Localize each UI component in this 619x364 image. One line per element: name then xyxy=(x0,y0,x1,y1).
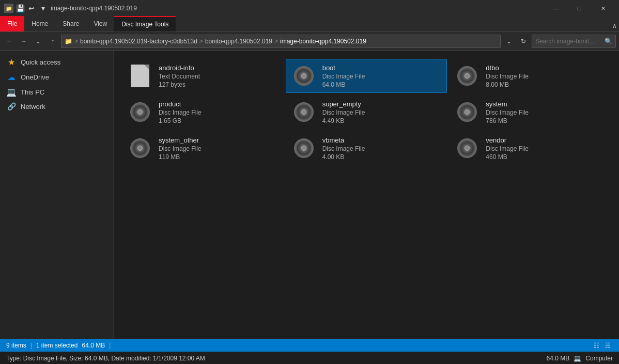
file-size: 64.0 MB xyxy=(322,81,365,88)
sidebar-item-network[interactable]: 🔗 Network xyxy=(0,100,113,113)
file-item-super_empty[interactable]: super_empty Disc Image File 4.49 KB xyxy=(286,95,447,129)
file-name: super_empty xyxy=(322,100,365,108)
ribbon: File Home Share View Disc Image Tools ∧ xyxy=(0,17,619,32)
undo-icon-btn[interactable]: ↩ xyxy=(27,4,36,13)
file-item-boot[interactable]: boot Disc Image File 64.0 MB xyxy=(286,59,447,93)
disc-icon xyxy=(294,102,314,122)
breadcrumb-factory[interactable]: bonito-qpp4.190502.019-factory-c0db513d xyxy=(80,38,197,45)
file-item-vendor[interactable]: vendor Disc Image File 460 MB xyxy=(449,131,611,165)
breadcrumb-bar[interactable]: 📁 > bonito-qpp4.190502.019-factory-c0db5… xyxy=(61,35,501,48)
file-name: android-info xyxy=(159,64,200,72)
ribbon-tabs: File Home Share View Disc Image Tools ∧ xyxy=(0,17,619,32)
status-sep-1: | xyxy=(30,342,32,349)
file-item-system_other[interactable]: system_other Disc Image File 119 MB xyxy=(122,131,284,165)
breadcrumb-bonito[interactable]: bonito-qpp4.190502.019 xyxy=(205,38,272,45)
file-item-product[interactable]: product Disc Image File 1.65 GB xyxy=(122,95,284,129)
view-icons: ☷ ☵ xyxy=(591,340,613,351)
breadcrumb-sep-1: > xyxy=(74,38,78,45)
file-info: vbmeta Disc Image File 4.00 KB xyxy=(322,136,365,161)
file-area: android-info Text Document 127 bytes boo… xyxy=(114,51,619,339)
file-size: 8.00 MB xyxy=(486,81,529,88)
forward-button[interactable]: → xyxy=(18,35,30,48)
breadcrumb-sep-3: > xyxy=(274,38,278,45)
tab-view[interactable]: View xyxy=(86,16,114,31)
close-button[interactable]: ✕ xyxy=(591,0,615,17)
file-size-display: 64.0 MB xyxy=(547,355,570,362)
address-bar: ← → ⌄ ↑ 📁 > bonito-qpp4.190502.019-facto… xyxy=(0,32,619,51)
computer-icon: 💻 xyxy=(574,355,581,362)
file-info: vendor Disc Image File 460 MB xyxy=(486,136,529,161)
file-item-vbmeta[interactable]: vbmeta Disc Image File 4.00 KB xyxy=(286,131,447,165)
minimize-button[interactable]: — xyxy=(544,0,567,17)
file-size: 119 MB xyxy=(159,153,202,161)
onedrive-icon: ☁ xyxy=(6,72,17,82)
file-type: Disc Image File xyxy=(486,145,529,152)
search-box[interactable]: 🔍 xyxy=(532,35,616,48)
file-info: product Disc Image File 1.65 GB xyxy=(159,100,202,124)
ribbon-collapse-btn[interactable]: ∧ xyxy=(610,20,619,31)
refresh-button[interactable]: ↻ xyxy=(517,35,530,48)
breadcrumb-dropdown-btn[interactable]: ⌄ xyxy=(503,35,515,48)
file-info-text: Type: Disc Image File, Size: 64.0 MB, Da… xyxy=(6,355,205,362)
file-item-dtbo[interactable]: dtbo Disc Image File 8.00 MB xyxy=(449,59,611,93)
search-input[interactable] xyxy=(535,38,602,45)
info-bar: Type: Disc Image File, Size: 64.0 MB, Da… xyxy=(0,352,619,364)
disc-icon xyxy=(294,66,314,86)
file-name: boot xyxy=(322,64,365,72)
file-type: Disc Image File xyxy=(322,109,365,116)
file-info: system_other Disc Image File 119 MB xyxy=(159,136,202,161)
network-icon: 🔗 xyxy=(6,102,17,110)
disc-icon xyxy=(457,66,477,86)
file-name: vendor xyxy=(486,136,529,144)
file-icon-wrap xyxy=(291,64,316,88)
tab-file[interactable]: File xyxy=(0,16,24,31)
file-info: android-info Text Document 127 bytes xyxy=(159,64,200,88)
file-name: system_other xyxy=(159,136,202,144)
tab-disc-image-tools[interactable]: Disc Image Tools xyxy=(114,16,176,31)
file-name: product xyxy=(159,100,202,108)
back-button[interactable]: ← xyxy=(3,35,16,48)
file-icon-wrap xyxy=(128,64,152,88)
disc-icon xyxy=(294,138,314,158)
tiles-view-btn[interactable]: ☵ xyxy=(602,340,613,351)
save-icon-btn[interactable]: 💾 xyxy=(16,4,25,13)
details-view-btn[interactable]: ☷ xyxy=(591,340,601,351)
status-bar: 9 items | 1 item selected 64.0 MB | ☷ ☵ xyxy=(0,339,619,352)
title-bar: 📁 💾 ↩ ▾ image-bonito-qpp4.190502.019 — □… xyxy=(0,0,619,17)
file-size: 1.65 GB xyxy=(159,117,202,124)
sidebar-item-quick-access[interactable]: ★ Quick access xyxy=(0,55,113,70)
this-pc-icon: 💻 xyxy=(6,87,17,97)
sidebar-item-label-network: Network xyxy=(21,103,45,110)
sidebar-item-this-pc[interactable]: 💻 This PC xyxy=(0,85,113,100)
disc-icon xyxy=(130,138,150,158)
file-icon-wrap xyxy=(128,100,152,124)
file-icon-wrap xyxy=(455,64,479,88)
breadcrumb-sep-2: > xyxy=(199,38,203,45)
sidebar: ★ Quick access ☁ OneDrive 💻 This PC 🔗 Ne… xyxy=(0,51,114,339)
file-type: Text Document xyxy=(159,73,200,80)
file-item-android-info[interactable]: android-info Text Document 127 bytes xyxy=(122,59,284,93)
title-bar-icons: 📁 💾 ↩ ▾ xyxy=(4,4,48,13)
sidebar-item-onedrive[interactable]: ☁ OneDrive xyxy=(0,70,113,85)
file-info: system Disc Image File 786 MB xyxy=(486,100,529,124)
file-size: 460 MB xyxy=(486,153,529,161)
maximize-button[interactable]: □ xyxy=(567,0,591,17)
up-button[interactable]: ↑ xyxy=(47,35,59,48)
more-tb-btn[interactable]: ▾ xyxy=(38,4,48,13)
tab-home[interactable]: Home xyxy=(24,16,55,31)
items-count: 9 items xyxy=(6,342,26,349)
tab-share[interactable]: Share xyxy=(55,16,86,31)
recent-locations-button[interactable]: ⌄ xyxy=(32,35,44,48)
breadcrumb-image[interactable]: image-bonito-qpp4.190502.019 xyxy=(280,38,366,45)
window-controls: — □ ✕ xyxy=(544,0,615,17)
file-item-system[interactable]: system Disc Image File 786 MB xyxy=(449,95,611,129)
disc-icon xyxy=(457,102,477,122)
file-type: Disc Image File xyxy=(159,145,202,152)
file-type: Disc Image File xyxy=(486,109,529,116)
main-area: ★ Quick access ☁ OneDrive 💻 This PC 🔗 Ne… xyxy=(0,51,619,339)
file-info: dtbo Disc Image File 8.00 MB xyxy=(486,64,529,88)
file-type: Disc Image File xyxy=(159,109,202,116)
file-type: Disc Image File xyxy=(486,73,529,80)
breadcrumb-home-icon: 📁 xyxy=(65,38,72,45)
window-title: image-bonito-qpp4.190502.019 xyxy=(51,5,137,12)
